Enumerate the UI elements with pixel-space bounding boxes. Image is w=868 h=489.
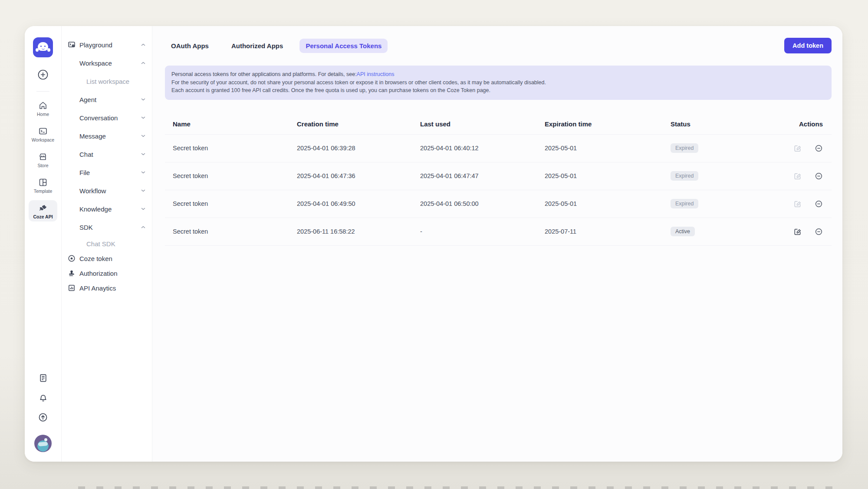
sidebar-item-workflow[interactable]: Workflow	[62, 182, 152, 200]
sidebar-item-workspace[interactable]: Workspace	[62, 54, 152, 72]
rail-item-home[interactable]: Home	[29, 98, 57, 119]
token-last-used: 2025-04-01 06:40:12	[420, 145, 545, 152]
status-badge: Expired	[671, 171, 698, 181]
api-analytics-icon	[68, 284, 76, 292]
token-creation-time: 2025-04-01 06:47:36	[297, 172, 420, 179]
sidebar-item-coze-token[interactable]: Coze token	[62, 251, 152, 266]
sidebar-item-list-workspace[interactable]: List workspace	[62, 72, 152, 90]
column-header-status: Status	[671, 120, 799, 128]
chevron-down-icon	[141, 170, 146, 175]
sidebar-item-label: Chat	[79, 151, 93, 158]
chevron-up-icon	[141, 60, 146, 66]
chevron-down-icon	[141, 133, 146, 139]
sidebar-item-api-analytics[interactable]: API Anaytics	[62, 281, 152, 295]
sidebar-item-knowledge[interactable]: Knowledge	[62, 200, 152, 218]
status-badge: Expired	[671, 199, 698, 208]
tab-oauth-apps[interactable]: OAuth Apps	[165, 39, 215, 53]
token-creation-time: 2025-04-01 06:39:28	[297, 145, 420, 152]
sidebar-item-authorization[interactable]: Authorization	[62, 266, 152, 281]
token-expiration-time: 2025-05-01	[545, 200, 671, 207]
edit-icon[interactable]	[793, 172, 802, 180]
icon-rail: Home Workspace Store Template	[25, 26, 62, 462]
sidebar-item-label: Knowledge	[79, 205, 112, 213]
token-name: Secret token	[173, 145, 297, 152]
sidebar-item-label: Conversation	[79, 114, 118, 122]
edit-icon[interactable]	[793, 228, 802, 236]
create-button[interactable]	[37, 69, 49, 83]
sidebar-item-label: Workflow	[79, 187, 106, 195]
sidebar-item-conversation[interactable]: Conversation	[62, 109, 152, 127]
banner-line1: Personal access tokens for other applica…	[171, 71, 357, 77]
table-row: Secret token 2025-04-01 06:47:36 2025-04…	[165, 162, 832, 190]
token-name: Secret token	[173, 200, 297, 207]
banner-line3: Each account is granted 100 free API cal…	[171, 87, 825, 94]
token-last-used: -	[420, 228, 545, 235]
template-icon	[38, 178, 48, 187]
tab-authorized-apps[interactable]: Authorized Apps	[225, 39, 289, 53]
user-avatar[interactable]	[34, 435, 52, 452]
chevron-up-icon	[141, 225, 146, 230]
edit-icon[interactable]	[793, 200, 802, 208]
docs-icon[interactable]	[38, 373, 48, 383]
column-header-actions: Actions	[799, 120, 824, 128]
notifications-bell-icon[interactable]	[38, 393, 48, 403]
tab-personal-access-tokens[interactable]: Personal Access Tokens	[299, 39, 388, 53]
rail-item-template[interactable]: Template	[29, 175, 57, 196]
rail-item-label: Home	[37, 112, 49, 117]
chevron-down-icon	[141, 97, 146, 102]
rail-item-label: Template	[34, 188, 53, 194]
sidebar-item-label: API Anaytics	[79, 284, 116, 292]
rail-item-label: Store	[37, 163, 48, 168]
rail-item-workspace[interactable]: Workspace	[29, 123, 57, 145]
sidebar-item-label: File	[79, 169, 90, 176]
column-header-name: Name	[173, 120, 297, 128]
sidebar-item-label: Coze token	[79, 255, 112, 262]
chevron-down-icon	[141, 115, 146, 120]
token-expiration-time: 2025-05-01	[545, 145, 671, 152]
main-content: OAuth Apps Authorized Apps Personal Acce…	[152, 26, 842, 462]
page-header: OAuth Apps Authorized Apps Personal Acce…	[165, 38, 832, 53]
token-expiration-time: 2025-07-11	[545, 228, 671, 235]
tokens-table: Name Creation time Last used Expiration …	[165, 114, 832, 246]
add-token-button[interactable]: Add token	[784, 38, 832, 53]
sidebar-item-agent[interactable]: Agent	[62, 90, 152, 109]
banner-line2: For the security of your account, do not…	[171, 79, 825, 86]
sidebar-item-label: Message	[79, 132, 106, 140]
token-name: Secret token	[173, 172, 297, 179]
playground-icon	[68, 41, 76, 49]
tab-bar: OAuth Apps Authorized Apps Personal Acce…	[165, 39, 388, 53]
sidebar-item-message[interactable]: Message	[62, 127, 152, 145]
sidebar-item-label: Chat SDK	[86, 240, 115, 248]
rail-item-coze-api[interactable]: Coze API	[29, 200, 57, 221]
coze-api-icon	[38, 203, 48, 213]
rail-item-store[interactable]: Store	[29, 149, 57, 170]
token-name: Secret token	[173, 228, 297, 235]
api-instructions-link[interactable]: API instructions	[357, 71, 395, 77]
disable-icon[interactable]	[815, 144, 823, 152]
chevron-down-icon	[141, 206, 146, 211]
info-banner: Personal access tokens for other applica…	[165, 66, 832, 100]
app-window: Home Workspace Store Template	[25, 26, 842, 462]
sidebar-item-sdk[interactable]: SDK	[62, 218, 152, 236]
sidebar-item-chat[interactable]: Chat	[62, 145, 152, 163]
upgrade-icon[interactable]	[38, 412, 48, 423]
disable-icon[interactable]	[815, 172, 823, 180]
token-last-used: 2025-04-01 06:50:00	[420, 200, 545, 207]
sidebar-item-chat-sdk[interactable]: Chat SDK	[62, 236, 152, 251]
disable-icon[interactable]	[815, 228, 823, 236]
column-header-creation-time: Creation time	[297, 120, 420, 128]
disable-icon[interactable]	[815, 200, 823, 208]
token-creation-time: 2025-04-01 06:49:50	[297, 200, 420, 207]
table-row: Secret token 2025-04-01 06:39:28 2025-04…	[165, 135, 832, 162]
coze-logo-icon[interactable]	[33, 37, 53, 57]
sidebar-item-label: List workspace	[86, 78, 129, 85]
chevron-down-icon	[141, 188, 146, 193]
home-icon	[38, 101, 48, 110]
edit-icon[interactable]	[793, 144, 802, 152]
token-expiration-time: 2025-05-01	[545, 172, 671, 179]
sidebar-item-label: Authorization	[79, 270, 118, 277]
sidebar-nav: Playground Workspace List workspace Agen…	[62, 26, 152, 462]
sidebar-item-playground[interactable]: Playground	[62, 36, 152, 54]
token-creation-time: 2025-06-11 16:58:22	[297, 228, 420, 235]
sidebar-item-file[interactable]: File	[62, 163, 152, 182]
